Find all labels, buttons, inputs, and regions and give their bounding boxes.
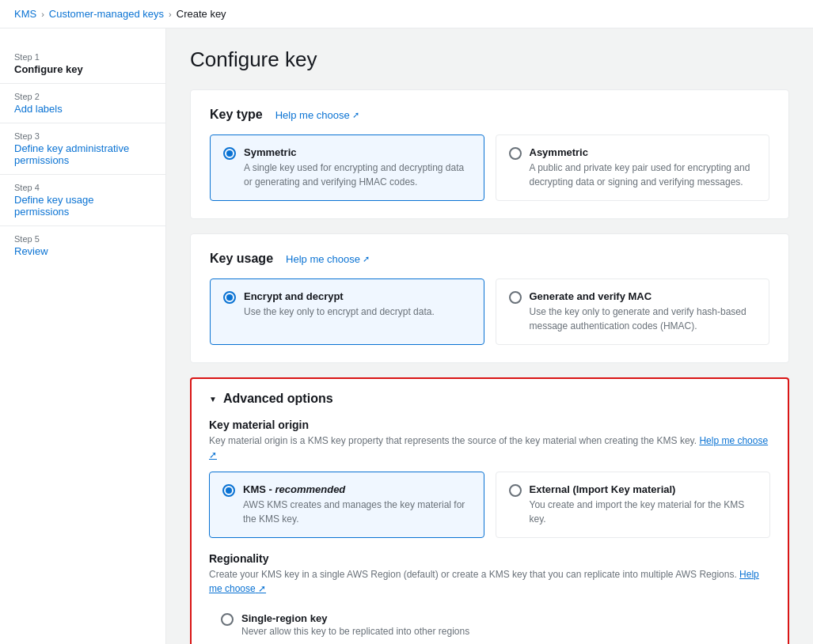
page-title: Configure key (190, 47, 789, 72)
key-material-origin-options: KMS - recommended AWS KMS creates and ma… (209, 472, 770, 538)
key-usage-card: Key usage Help me choose ➚ Encrypt and d… (190, 233, 789, 363)
sidebar-step-4[interactable]: Step 4 Define key usage permissions (0, 175, 165, 226)
sidebar-step-3[interactable]: Step 3 Define key administrative permiss… (0, 123, 165, 175)
generate-verify-mac-option[interactable]: Generate and verify MAC Use the key only… (496, 278, 770, 345)
single-region-row[interactable]: Single-region key Never allow this key t… (209, 605, 770, 644)
regionality-ext-icon: ➚ (258, 583, 266, 594)
sidebar-step-1[interactable]: Step 1 Configure key (0, 44, 165, 84)
generate-verify-mac-desc: Use the key only to generate and verify … (530, 305, 757, 333)
encrypt-decrypt-option[interactable]: Encrypt and decrypt Use the key only to … (210, 278, 484, 345)
key-type-asymmetric-option[interactable]: Asymmetric A public and private key pair… (496, 134, 770, 201)
step2-label: Step 2 (14, 92, 151, 101)
key-type-symmetric-option[interactable]: Symmetric A single key used for encrypti… (210, 134, 484, 201)
step2-name: Add labels (14, 103, 151, 115)
regionality-title: Regionality (209, 552, 770, 565)
key-material-origin-title: Key material origin (209, 419, 770, 431)
generate-verify-mac-title: Generate and verify MAC (530, 290, 757, 302)
step3-name: Define key administrative permissions (14, 142, 151, 166)
kms-title: KMS - recommended (243, 483, 471, 495)
breadcrumb-sep-2: › (169, 9, 172, 19)
key-usage-options: Encrypt and decrypt Use the key only to … (210, 278, 769, 345)
step3-label: Step 3 (14, 131, 151, 141)
symmetric-radio (223, 147, 236, 160)
key-type-card: Key type Help me choose ➚ Symmetric A si… (190, 89, 789, 219)
regionality-desc: Create your KMS key in a single AWS Regi… (209, 567, 770, 596)
key-material-origin-section: Key material origin Key material origin … (209, 419, 770, 538)
key-type-help-link[interactable]: Help me choose ➚ (275, 109, 359, 121)
step5-name: Review (14, 245, 151, 257)
kms-radio (222, 484, 235, 497)
single-region-desc: Never allow this key to be replicated in… (241, 626, 469, 637)
breadcrumb-sep-1: › (41, 9, 44, 19)
step5-label: Step 5 (14, 234, 151, 244)
step4-label: Step 4 (14, 183, 151, 192)
key-material-origin-ext-icon: ➚ (209, 449, 217, 460)
generate-verify-mac-radio (509, 291, 522, 304)
breadcrumb: KMS › Customer-managed keys › Create key (0, 0, 813, 28)
key-usage-title: Key usage (210, 252, 273, 266)
regionality-section: Regionality Create your KMS key in a sin… (209, 552, 770, 644)
key-usage-ext-icon: ➚ (363, 254, 370, 264)
main-content: Configure key Key type Help me choose ➚ … (166, 28, 813, 644)
encrypt-decrypt-title: Encrypt and decrypt (244, 290, 435, 302)
key-type-title: Key type (210, 108, 263, 122)
encrypt-decrypt-radio (223, 291, 236, 304)
single-region-radio (221, 613, 234, 626)
symmetric-desc: A single key used for encrypting and dec… (244, 161, 471, 189)
external-radio (509, 484, 522, 497)
encrypt-decrypt-desc: Use the key only to encrypt and decrypt … (244, 305, 435, 319)
advanced-options-header[interactable]: ▼ Advanced options (209, 392, 770, 406)
sidebar-step-2[interactable]: Step 2 Add labels (0, 84, 165, 123)
asymmetric-desc: A public and private key pair used for e… (530, 161, 757, 189)
step1-label: Step 1 (14, 52, 151, 62)
advanced-options-title: Advanced options (223, 392, 333, 406)
symmetric-title: Symmetric (244, 146, 471, 158)
external-desc: You create and import the key material f… (530, 498, 758, 526)
single-region-title: Single-region key (241, 612, 469, 624)
external-link-icon: ➚ (352, 110, 359, 120)
sidebar: Step 1 Configure key Step 2 Add labels S… (0, 28, 166, 644)
breadcrumb-current: Create key (177, 8, 226, 20)
external-title: External (Import Key material) (530, 483, 758, 495)
external-key-material-option[interactable]: External (Import Key material) You creat… (496, 472, 771, 538)
triangle-icon: ▼ (209, 395, 217, 403)
key-material-origin-desc: Key material origin is a KMS key propert… (209, 434, 770, 462)
kms-desc: AWS KMS creates and manages the key mate… (243, 498, 471, 526)
breadcrumb-customer-managed-keys[interactable]: Customer-managed keys (49, 8, 164, 20)
sidebar-step-5[interactable]: Step 5 Review (0, 226, 165, 265)
kms-recommended-option[interactable]: KMS - recommended AWS KMS creates and ma… (209, 472, 484, 538)
asymmetric-title: Asymmetric (530, 146, 757, 158)
step4-name: Define key usage permissions (14, 194, 151, 218)
breadcrumb-kms[interactable]: KMS (14, 8, 36, 20)
key-type-options: Symmetric A single key used for encrypti… (210, 134, 769, 201)
step1-name: Configure key (14, 63, 151, 75)
advanced-options-section: ▼ Advanced options Key material origin K… (190, 377, 789, 644)
asymmetric-radio (509, 147, 522, 160)
key-usage-help-link[interactable]: Help me choose ➚ (286, 253, 370, 265)
